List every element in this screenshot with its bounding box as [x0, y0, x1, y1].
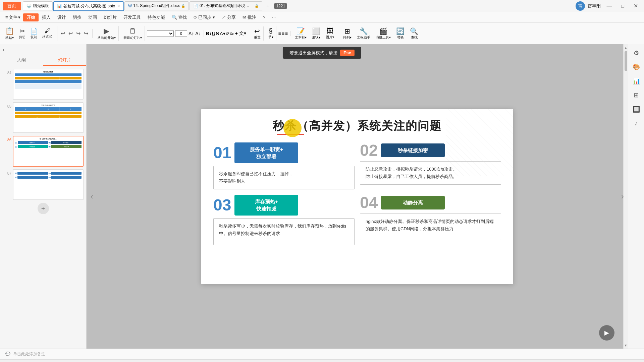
copy-btn[interactable]: 📄 复制	[28, 26, 40, 41]
menu-design[interactable]: 设计	[54, 13, 69, 21]
font-increase[interactable]: A↑	[189, 31, 194, 36]
menu-search[interactable]: 🔍 查找	[168, 13, 190, 21]
section-btn[interactable]: § 节▾	[266, 26, 276, 41]
close-btn[interactable]: ✕	[630, 2, 641, 10]
shape-btn[interactable]: ⬜ 形状▾	[310, 26, 322, 41]
undo2-btn[interactable]: ↩	[67, 29, 74, 38]
shape-label: 形状▾	[312, 35, 320, 40]
right-btn-4[interactable]: ⊞	[630, 89, 642, 101]
menu-switch[interactable]: 切换	[69, 13, 85, 21]
escape-text: 若要退出全屏模式，请按	[289, 50, 337, 56]
menu-dev[interactable]: 开发工具	[120, 13, 144, 21]
tab-docx[interactable]: W 14. SpringCloud组件.docx 🔒	[124, 1, 189, 10]
replace-btn[interactable]: 🔄 替换	[394, 26, 407, 41]
docx-label: 14. SpringCloud组件.docx	[133, 3, 180, 9]
menu-start[interactable]: 开始	[23, 13, 39, 21]
new-slide-btn[interactable]: 🗒 新建幻灯片▾	[121, 26, 145, 41]
menu-comment[interactable]: ✉ 批注	[239, 13, 260, 21]
nav-prev[interactable]: ‹	[91, 192, 93, 201]
undo-btn[interactable]: ↩	[59, 29, 66, 38]
align-left[interactable]: ≡	[278, 31, 281, 36]
right-btn-6[interactable]: ♪	[630, 117, 642, 129]
scrollbar-thumb[interactable]	[625, 51, 627, 71]
scrollbar-up[interactable]: ▲	[624, 44, 628, 51]
menu-share[interactable]: ↗ 分享	[218, 13, 239, 21]
format-btn[interactable]: 🖌 格式式	[40, 26, 54, 40]
font-size-input[interactable]	[175, 30, 187, 37]
slide-item-84[interactable]: 84 稳定性架构图	[3, 69, 84, 100]
superscript-btn[interactable]: x²	[226, 31, 229, 36]
menu-more[interactable]: ···	[269, 14, 279, 21]
helper-btn[interactable]: 🔧 文枢助手	[355, 26, 372, 41]
shape-icon: ⬜	[312, 27, 320, 35]
sidebar-collapse[interactable]: ‹	[0, 44, 86, 55]
play-overlay-btn[interactable]: ▶	[599, 325, 614, 341]
item-01-num: 01	[213, 145, 231, 161]
menu-feature[interactable]: 特色功能	[144, 13, 168, 21]
slide-thumb-86[interactable]: 秒 (高并发) 系统关注... 01 服务单一... 02 秒杀链接...	[13, 136, 84, 167]
lookup-btn[interactable]: 🔍 查找	[408, 26, 420, 41]
tab-pptx[interactable]: 📊 谷粒商城-分布式高级-图.pptx ✕	[53, 1, 124, 11]
slide-thumb-85[interactable]: 定时任务-分布式下 A B C	[13, 102, 84, 133]
slide-thumb-87[interactable]: 05 06 07 08	[13, 169, 84, 200]
color-btn[interactable]: A▾	[220, 31, 225, 36]
font-decrease[interactable]: A↓	[195, 31, 201, 36]
right-btn-5[interactable]: 🔲	[630, 103, 642, 115]
arrange-icon: ⊞	[344, 27, 350, 35]
add-slide-btn[interactable]: +	[38, 203, 49, 214]
redo2-btn[interactable]: ↪	[83, 29, 90, 38]
new-slide-label: 新建幻灯片▾	[123, 36, 142, 40]
cut-btn[interactable]: ✂ 剪切	[17, 26, 28, 41]
sidebar-tab-outline[interactable]: 大纲	[0, 55, 43, 66]
sidebar-tab-slides[interactable]: 幻灯片	[43, 55, 87, 66]
slide-thumb-84[interactable]: 稳定性架构图	[13, 69, 84, 100]
italic-btn[interactable]: I	[210, 31, 211, 36]
tab-daoke[interactable]: 🍚 稻壳模板	[23, 1, 53, 10]
right-btn-2[interactable]: 🎨	[630, 61, 642, 73]
menu-sync[interactable]: ⟳ 已同步 ▾	[190, 13, 218, 21]
clear-format-btn[interactable]: ✦	[234, 31, 238, 36]
menu-insert[interactable]: 插入	[39, 13, 54, 21]
section-label: 节▾	[268, 35, 273, 40]
esc-key: Esc	[340, 50, 355, 56]
font-selector[interactable]	[147, 30, 174, 37]
pptx-close[interactable]: ✕	[117, 4, 120, 8]
minimize-btn[interactable]: —	[603, 2, 615, 10]
redo-btn[interactable]: ↪	[75, 29, 82, 38]
scrollbar[interactable]: ▲ ▼	[623, 44, 628, 349]
maximize-btn[interactable]: □	[618, 3, 628, 9]
slide-item-03: 03 库存预热+快速扣减 秒杀读多写少，无需每次实时校验库存，我们库存预热，放到…	[213, 195, 355, 245]
subscript-btn[interactable]: x₂	[230, 31, 234, 36]
paste-btn[interactable]: 📋 粘贴▾	[3, 26, 16, 41]
slide-item-04: 04 动静分离 nginx做好动静分离。保证秒杀和商品详情页的动态请求才打到后端…	[360, 195, 501, 245]
tab-dist[interactable]: 📄 01. 分布式基础&项目环境搭建 🔒	[190, 1, 262, 10]
home-tab[interactable]: 首页	[3, 2, 21, 10]
align-center[interactable]: ≡	[282, 31, 284, 36]
menu-file[interactable]: ≡ 文件 ▾	[3, 13, 23, 21]
underline-btn[interactable]: U	[212, 31, 215, 36]
slide-item-85[interactable]: 85 定时任务-分布式下 A B C	[3, 102, 84, 133]
textbox-btn[interactable]: 📝 文本框▾	[293, 26, 309, 41]
reset-btn[interactable]: ↩ 重置	[251, 26, 264, 41]
slide-item-87[interactable]: 87 05 06	[3, 169, 84, 200]
present-btn[interactable]: 🎬 演讲工具▾	[374, 26, 393, 41]
menu-animate[interactable]: 动画	[85, 13, 100, 21]
menu-slideshow[interactable]: 幻灯片	[100, 13, 120, 21]
daoke-label: 稻壳模板	[33, 3, 49, 9]
nav-next[interactable]: ›	[621, 192, 624, 201]
right-btn-1[interactable]: ⚙	[630, 47, 642, 59]
menu-help[interactable]: ?	[260, 14, 269, 21]
start-slide-btn[interactable]: ▶ 从当前开始▾	[95, 26, 119, 41]
right-btn-3[interactable]: 📊	[630, 75, 642, 87]
bold-btn[interactable]: B	[206, 31, 209, 36]
picture-btn[interactable]: 🖼 图片▾	[324, 26, 336, 41]
align-right[interactable]: ≡	[285, 31, 288, 36]
lookup-label: 查找	[411, 35, 418, 40]
scrollbar-down[interactable]: ▼	[624, 342, 628, 349]
arrange-btn[interactable]: ⊞ 排列▾	[341, 26, 354, 41]
tab-add-btn[interactable]: +	[263, 2, 273, 10]
lock2-icon: 🔒	[255, 4, 259, 8]
strikethrough-btn[interactable]: S	[216, 31, 219, 36]
slide-item-86[interactable]: 86 秒 (高并发) 系统关注... 01 服务单一... 02 秒杀链接...	[3, 136, 84, 167]
chinese-format-btn[interactable]: 文▾	[239, 31, 246, 37]
